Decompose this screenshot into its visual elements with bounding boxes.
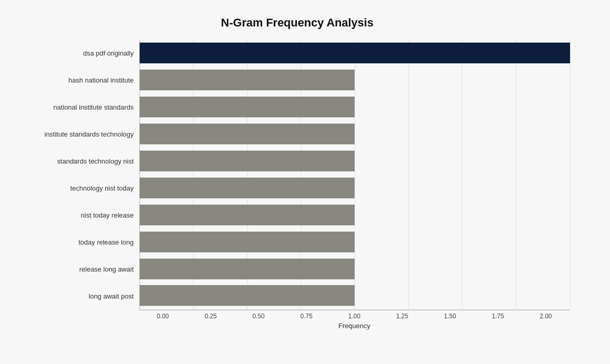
bar (140, 205, 355, 225)
y-label: technology nist today (25, 175, 134, 202)
y-label: release long await (25, 256, 134, 283)
y-label: today release long (25, 229, 134, 256)
chart-area: dsa pdf originallyhash national institut… (25, 40, 570, 310)
x-tick: 0.25 (187, 311, 235, 320)
bar-row (140, 40, 570, 66)
bar (140, 178, 355, 198)
bar (140, 259, 355, 279)
x-axis-ticks: 0.000.250.500.751.001.251.501.752.00 (139, 310, 570, 320)
y-label: long await post (25, 283, 134, 310)
y-labels: dsa pdf originallyhash national institut… (25, 40, 139, 310)
grid-line (570, 40, 571, 309)
chart-container: N-Gram Frequency Analysis dsa pdf origin… (20, 6, 591, 359)
bar (140, 151, 355, 171)
y-label: nist today release (25, 202, 134, 229)
bar-row (140, 175, 570, 201)
x-tick: 1.75 (474, 311, 522, 320)
y-label: standards technology nist (25, 148, 134, 175)
bar (140, 124, 355, 144)
y-label: institute standards technology (25, 121, 134, 148)
x-tick: 1.00 (330, 311, 378, 320)
x-axis-title: Frequency (139, 322, 570, 330)
x-tick: 2.00 (522, 311, 570, 320)
bar-row (140, 202, 570, 228)
bar-row (140, 148, 570, 174)
x-tick: 0.00 (139, 311, 187, 320)
bar (140, 43, 570, 63)
x-tick: 0.50 (235, 311, 282, 320)
bar-row (140, 94, 570, 120)
bar-row (140, 229, 570, 255)
bar (140, 97, 355, 117)
bar-row (140, 67, 570, 93)
y-label: dsa pdf originally (25, 40, 134, 67)
bars-area (139, 40, 570, 310)
chart-title: N-Gram Frequency Analysis (25, 16, 570, 30)
x-tick: 0.75 (282, 311, 330, 320)
bar (140, 232, 355, 252)
bar-row (140, 256, 570, 282)
x-tick: 1.25 (378, 311, 426, 320)
y-label: hash national institute (25, 67, 134, 94)
bar (140, 70, 355, 90)
x-tick: 1.50 (426, 311, 474, 320)
bar-row (140, 121, 570, 147)
bar (140, 285, 355, 306)
bar-row (140, 282, 570, 308)
y-label: national institute standards (25, 94, 134, 121)
